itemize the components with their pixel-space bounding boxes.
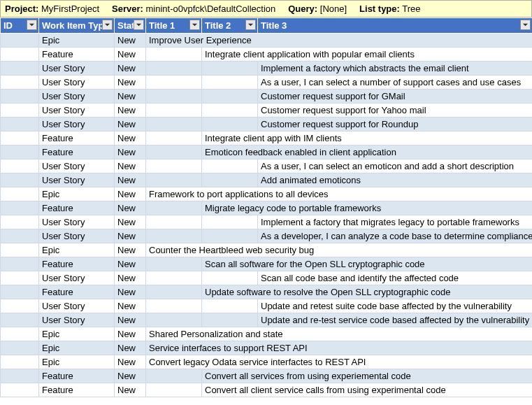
cell-state[interactable]: New [115, 145, 146, 159]
cell-state[interactable]: New [115, 34, 146, 48]
cell-t1[interactable] [146, 285, 202, 299]
table-row[interactable]: EpicNewConvert legacy Odata service inte… [1, 355, 533, 369]
table-row[interactable]: FeatureNewScan all software for the Open… [1, 257, 533, 271]
filter-type-button[interactable] [102, 20, 113, 30]
cell-t2[interactable] [202, 118, 258, 132]
cell-type[interactable]: Epic [39, 327, 115, 341]
cell-t2[interactable] [202, 90, 258, 104]
cell-t3[interactable]: As a developer, I can analyze a code bas… [258, 229, 533, 243]
cell-t2[interactable]: Migrate legacy code to portable framewor… [202, 201, 533, 215]
cell-t3[interactable]: Customer request support for GMail [258, 90, 533, 104]
header-type[interactable]: Work Item Type [39, 18, 115, 34]
cell-state[interactable]: New [115, 257, 146, 271]
table-row[interactable]: EpicNewFramework to port applications to… [1, 187, 533, 201]
cell-type[interactable]: User Story [39, 118, 115, 132]
cell-id[interactable] [1, 173, 39, 187]
cell-t1[interactable] [146, 76, 202, 90]
cell-state[interactable]: New [115, 76, 146, 90]
cell-type[interactable]: User Story [39, 76, 115, 90]
header-title2[interactable]: Title 2 [202, 18, 258, 34]
cell-id[interactable] [1, 76, 39, 90]
cell-t1[interactable] [146, 104, 202, 118]
cell-state[interactable]: New [115, 201, 146, 215]
cell-type[interactable]: Feature [39, 201, 115, 215]
cell-t1[interactable] [146, 48, 202, 62]
cell-id[interactable] [1, 243, 39, 257]
cell-state[interactable]: New [115, 369, 146, 383]
cell-type[interactable]: User Story [39, 299, 115, 313]
table-row[interactable]: User StoryNewAs a user, I can select an … [1, 159, 533, 173]
cell-type[interactable]: User Story [39, 159, 115, 173]
table-row[interactable]: User StoryNewImplement a factory which a… [1, 62, 533, 76]
cell-state[interactable]: New [115, 104, 146, 118]
cell-t1[interactable] [146, 159, 202, 173]
cell-t1[interactable] [146, 90, 202, 104]
cell-state[interactable]: New [115, 215, 146, 229]
table-row[interactable]: User StoryNewCustomer request support fo… [1, 104, 533, 118]
cell-t2[interactable] [202, 62, 258, 76]
cell-t2[interactable] [202, 76, 258, 90]
cell-t2[interactable] [202, 104, 258, 118]
cell-t1[interactable]: Counter the Heartbleed web security bug [146, 243, 533, 257]
cell-type[interactable]: Feature [39, 132, 115, 145]
table-row[interactable]: EpicNewShared Personalization and state [1, 327, 533, 341]
cell-t2[interactable]: Convert all client service calls from us… [202, 383, 533, 397]
cell-t1[interactable] [146, 201, 202, 215]
cell-id[interactable] [1, 118, 39, 132]
cell-t3[interactable]: As a user, I can select a number of supp… [258, 76, 533, 90]
table-row[interactable]: User StoryNewImplement a factory that mi… [1, 215, 533, 229]
cell-id[interactable] [1, 34, 39, 48]
table-row[interactable]: User StoryNewUpdate and re-test service … [1, 313, 533, 327]
cell-type[interactable]: Feature [39, 48, 115, 62]
filter-title2-button[interactable] [245, 20, 256, 30]
table-row[interactable]: FeatureNewEmoticon feedback enabled in c… [1, 145, 533, 159]
cell-t1[interactable] [146, 299, 202, 313]
cell-t3[interactable]: Update and re-test service code based af… [258, 313, 533, 327]
header-title1[interactable]: Title 1 [146, 18, 202, 34]
cell-type[interactable]: Epic [39, 355, 115, 369]
cell-id[interactable] [1, 145, 39, 159]
cell-t1[interactable] [146, 313, 202, 327]
cell-id[interactable] [1, 299, 39, 313]
cell-id[interactable] [1, 341, 39, 355]
cell-t2[interactable]: Update software to resolve the Open SLL … [202, 285, 533, 299]
cell-type[interactable]: User Story [39, 271, 115, 285]
cell-t1[interactable] [146, 271, 202, 285]
cell-type[interactable]: User Story [39, 104, 115, 118]
cell-state[interactable]: New [115, 118, 146, 132]
header-state[interactable]: State [115, 18, 146, 34]
cell-id[interactable] [1, 132, 39, 145]
cell-id[interactable] [1, 271, 39, 285]
cell-t1[interactable]: Improve User Experience [146, 34, 533, 48]
cell-id[interactable] [1, 62, 39, 76]
filter-title3-button[interactable] [520, 20, 531, 30]
table-row[interactable]: FeatureNewConvert all client service cal… [1, 383, 533, 397]
cell-id[interactable] [1, 285, 39, 299]
cell-t1[interactable] [146, 145, 202, 159]
cell-type[interactable]: Epic [39, 34, 115, 48]
cell-type[interactable]: Feature [39, 145, 115, 159]
cell-state[interactable]: New [115, 355, 146, 369]
cell-t2[interactable]: Integrate client app with IM clients [202, 132, 533, 145]
cell-t2[interactable]: Convert all services from using experiem… [202, 369, 533, 383]
cell-state[interactable]: New [115, 173, 146, 187]
cell-t3[interactable]: Add animated emoticons [258, 173, 533, 187]
filter-title1-button[interactable] [189, 20, 200, 30]
cell-type[interactable]: User Story [39, 62, 115, 76]
cell-id[interactable] [1, 257, 39, 271]
table-row[interactable]: User StoryNewAdd animated emoticons [1, 173, 533, 187]
cell-t2[interactable]: Emoticon feedback enabled in client appl… [202, 145, 533, 159]
cell-id[interactable] [1, 104, 39, 118]
cell-id[interactable] [1, 159, 39, 173]
cell-type[interactable]: User Story [39, 173, 115, 187]
cell-state[interactable]: New [115, 62, 146, 76]
filter-state-button[interactable] [134, 20, 144, 30]
cell-state[interactable]: New [115, 313, 146, 327]
cell-t2[interactable] [202, 313, 258, 327]
cell-t1[interactable]: Shared Personalization and state [146, 327, 533, 341]
cell-t3[interactable]: Implement a factory which abstracts the … [258, 62, 533, 76]
cell-t2[interactable] [202, 299, 258, 313]
cell-t1[interactable] [146, 383, 202, 397]
cell-t3[interactable]: Implement a factory that migrates legacy… [258, 215, 533, 229]
table-row[interactable]: User StoryNewCustomer request support fo… [1, 90, 533, 104]
